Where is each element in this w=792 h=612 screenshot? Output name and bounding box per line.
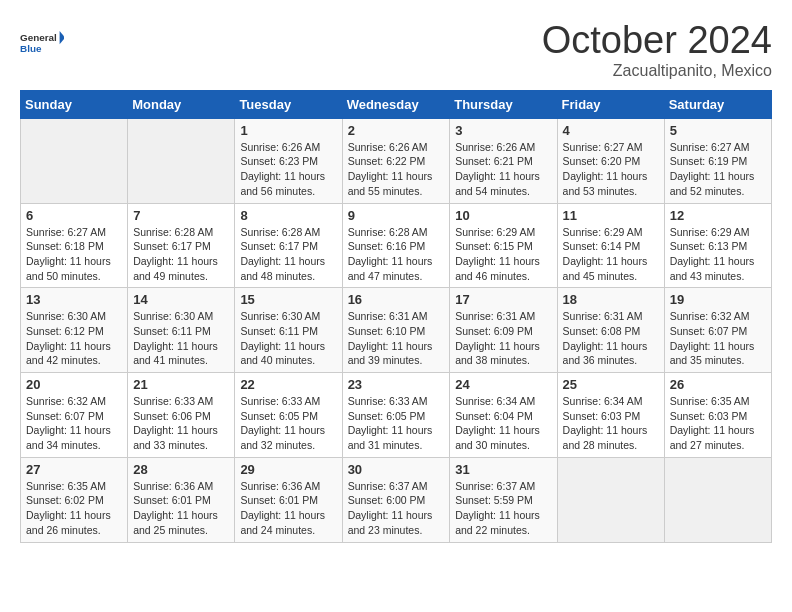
calendar-cell bbox=[21, 118, 128, 203]
day-number: 11 bbox=[563, 208, 659, 223]
title-block: October 2024 Zacualtipanito, Mexico bbox=[542, 20, 772, 80]
day-detail: Sunrise: 6:26 AMSunset: 6:23 PMDaylight:… bbox=[240, 140, 336, 199]
day-number: 7 bbox=[133, 208, 229, 223]
day-detail: Sunrise: 6:35 AMSunset: 6:03 PMDaylight:… bbox=[670, 394, 766, 453]
day-detail: Sunrise: 6:33 AMSunset: 6:05 PMDaylight:… bbox=[240, 394, 336, 453]
day-detail: Sunrise: 6:30 AMSunset: 6:11 PMDaylight:… bbox=[133, 309, 229, 368]
day-detail: Sunrise: 6:30 AMSunset: 6:11 PMDaylight:… bbox=[240, 309, 336, 368]
day-detail: Sunrise: 6:33 AMSunset: 6:05 PMDaylight:… bbox=[348, 394, 445, 453]
logo: General Blue bbox=[20, 20, 64, 64]
calendar-cell: 23Sunrise: 6:33 AMSunset: 6:05 PMDayligh… bbox=[342, 373, 450, 458]
day-number: 1 bbox=[240, 123, 336, 138]
calendar-cell bbox=[664, 457, 771, 542]
day-number: 20 bbox=[26, 377, 122, 392]
day-number: 18 bbox=[563, 292, 659, 307]
calendar-cell: 15Sunrise: 6:30 AMSunset: 6:11 PMDayligh… bbox=[235, 288, 342, 373]
day-detail: Sunrise: 6:32 AMSunset: 6:07 PMDaylight:… bbox=[670, 309, 766, 368]
logo-svg: General Blue bbox=[20, 20, 64, 64]
svg-text:Blue: Blue bbox=[20, 43, 42, 54]
calendar-cell: 3Sunrise: 6:26 AMSunset: 6:21 PMDaylight… bbox=[450, 118, 557, 203]
month-title: October 2024 bbox=[542, 20, 772, 62]
day-number: 23 bbox=[348, 377, 445, 392]
calendar-cell: 2Sunrise: 6:26 AMSunset: 6:22 PMDaylight… bbox=[342, 118, 450, 203]
calendar-cell: 19Sunrise: 6:32 AMSunset: 6:07 PMDayligh… bbox=[664, 288, 771, 373]
day-detail: Sunrise: 6:31 AMSunset: 6:10 PMDaylight:… bbox=[348, 309, 445, 368]
day-detail: Sunrise: 6:29 AMSunset: 6:15 PMDaylight:… bbox=[455, 225, 551, 284]
calendar-cell: 5Sunrise: 6:27 AMSunset: 6:19 PMDaylight… bbox=[664, 118, 771, 203]
day-number: 21 bbox=[133, 377, 229, 392]
calendar-cell: 12Sunrise: 6:29 AMSunset: 6:13 PMDayligh… bbox=[664, 203, 771, 288]
calendar-cell: 13Sunrise: 6:30 AMSunset: 6:12 PMDayligh… bbox=[21, 288, 128, 373]
day-detail: Sunrise: 6:35 AMSunset: 6:02 PMDaylight:… bbox=[26, 479, 122, 538]
day-number: 2 bbox=[348, 123, 445, 138]
day-number: 29 bbox=[240, 462, 336, 477]
calendar-cell: 30Sunrise: 6:37 AMSunset: 6:00 PMDayligh… bbox=[342, 457, 450, 542]
calendar-cell: 17Sunrise: 6:31 AMSunset: 6:09 PMDayligh… bbox=[450, 288, 557, 373]
day-detail: Sunrise: 6:27 AMSunset: 6:20 PMDaylight:… bbox=[563, 140, 659, 199]
calendar-cell: 16Sunrise: 6:31 AMSunset: 6:10 PMDayligh… bbox=[342, 288, 450, 373]
calendar-cell: 1Sunrise: 6:26 AMSunset: 6:23 PMDaylight… bbox=[235, 118, 342, 203]
calendar-cell: 24Sunrise: 6:34 AMSunset: 6:04 PMDayligh… bbox=[450, 373, 557, 458]
svg-marker-2 bbox=[60, 31, 64, 44]
calendar-cell: 10Sunrise: 6:29 AMSunset: 6:15 PMDayligh… bbox=[450, 203, 557, 288]
calendar-table: SundayMondayTuesdayWednesdayThursdayFrid… bbox=[20, 90, 772, 543]
calendar-cell: 27Sunrise: 6:35 AMSunset: 6:02 PMDayligh… bbox=[21, 457, 128, 542]
calendar-cell: 31Sunrise: 6:37 AMSunset: 5:59 PMDayligh… bbox=[450, 457, 557, 542]
day-number: 26 bbox=[670, 377, 766, 392]
day-detail: Sunrise: 6:27 AMSunset: 6:18 PMDaylight:… bbox=[26, 225, 122, 284]
day-detail: Sunrise: 6:36 AMSunset: 6:01 PMDaylight:… bbox=[133, 479, 229, 538]
weekday-header: Tuesday bbox=[235, 90, 342, 118]
day-number: 17 bbox=[455, 292, 551, 307]
day-number: 19 bbox=[670, 292, 766, 307]
weekday-header: Saturday bbox=[664, 90, 771, 118]
day-detail: Sunrise: 6:32 AMSunset: 6:07 PMDaylight:… bbox=[26, 394, 122, 453]
weekday-header: Friday bbox=[557, 90, 664, 118]
day-detail: Sunrise: 6:30 AMSunset: 6:12 PMDaylight:… bbox=[26, 309, 122, 368]
day-number: 4 bbox=[563, 123, 659, 138]
calendar-cell: 29Sunrise: 6:36 AMSunset: 6:01 PMDayligh… bbox=[235, 457, 342, 542]
calendar-cell: 20Sunrise: 6:32 AMSunset: 6:07 PMDayligh… bbox=[21, 373, 128, 458]
day-detail: Sunrise: 6:28 AMSunset: 6:16 PMDaylight:… bbox=[348, 225, 445, 284]
calendar-cell: 8Sunrise: 6:28 AMSunset: 6:17 PMDaylight… bbox=[235, 203, 342, 288]
calendar-cell bbox=[557, 457, 664, 542]
day-detail: Sunrise: 6:29 AMSunset: 6:14 PMDaylight:… bbox=[563, 225, 659, 284]
weekday-header: Sunday bbox=[21, 90, 128, 118]
calendar-cell: 9Sunrise: 6:28 AMSunset: 6:16 PMDaylight… bbox=[342, 203, 450, 288]
day-detail: Sunrise: 6:28 AMSunset: 6:17 PMDaylight:… bbox=[133, 225, 229, 284]
weekday-header: Thursday bbox=[450, 90, 557, 118]
calendar-cell: 22Sunrise: 6:33 AMSunset: 6:05 PMDayligh… bbox=[235, 373, 342, 458]
calendar-cell bbox=[128, 118, 235, 203]
day-number: 3 bbox=[455, 123, 551, 138]
day-number: 8 bbox=[240, 208, 336, 223]
weekday-header: Monday bbox=[128, 90, 235, 118]
day-detail: Sunrise: 6:28 AMSunset: 6:17 PMDaylight:… bbox=[240, 225, 336, 284]
page-header: General Blue October 2024 Zacualtipanito… bbox=[20, 20, 772, 80]
day-number: 16 bbox=[348, 292, 445, 307]
day-detail: Sunrise: 6:31 AMSunset: 6:09 PMDaylight:… bbox=[455, 309, 551, 368]
day-detail: Sunrise: 6:37 AMSunset: 5:59 PMDaylight:… bbox=[455, 479, 551, 538]
day-detail: Sunrise: 6:26 AMSunset: 6:21 PMDaylight:… bbox=[455, 140, 551, 199]
day-detail: Sunrise: 6:37 AMSunset: 6:00 PMDaylight:… bbox=[348, 479, 445, 538]
day-number: 6 bbox=[26, 208, 122, 223]
day-number: 5 bbox=[670, 123, 766, 138]
day-number: 27 bbox=[26, 462, 122, 477]
calendar-cell: 11Sunrise: 6:29 AMSunset: 6:14 PMDayligh… bbox=[557, 203, 664, 288]
weekday-header: Wednesday bbox=[342, 90, 450, 118]
day-detail: Sunrise: 6:27 AMSunset: 6:19 PMDaylight:… bbox=[670, 140, 766, 199]
day-detail: Sunrise: 6:33 AMSunset: 6:06 PMDaylight:… bbox=[133, 394, 229, 453]
calendar-cell: 28Sunrise: 6:36 AMSunset: 6:01 PMDayligh… bbox=[128, 457, 235, 542]
day-number: 22 bbox=[240, 377, 336, 392]
calendar-cell: 26Sunrise: 6:35 AMSunset: 6:03 PMDayligh… bbox=[664, 373, 771, 458]
day-number: 28 bbox=[133, 462, 229, 477]
day-number: 10 bbox=[455, 208, 551, 223]
day-number: 14 bbox=[133, 292, 229, 307]
day-number: 31 bbox=[455, 462, 551, 477]
day-detail: Sunrise: 6:36 AMSunset: 6:01 PMDaylight:… bbox=[240, 479, 336, 538]
day-detail: Sunrise: 6:34 AMSunset: 6:04 PMDaylight:… bbox=[455, 394, 551, 453]
day-number: 9 bbox=[348, 208, 445, 223]
day-detail: Sunrise: 6:26 AMSunset: 6:22 PMDaylight:… bbox=[348, 140, 445, 199]
day-detail: Sunrise: 6:31 AMSunset: 6:08 PMDaylight:… bbox=[563, 309, 659, 368]
calendar-cell: 4Sunrise: 6:27 AMSunset: 6:20 PMDaylight… bbox=[557, 118, 664, 203]
day-number: 12 bbox=[670, 208, 766, 223]
location-subtitle: Zacualtipanito, Mexico bbox=[542, 62, 772, 80]
